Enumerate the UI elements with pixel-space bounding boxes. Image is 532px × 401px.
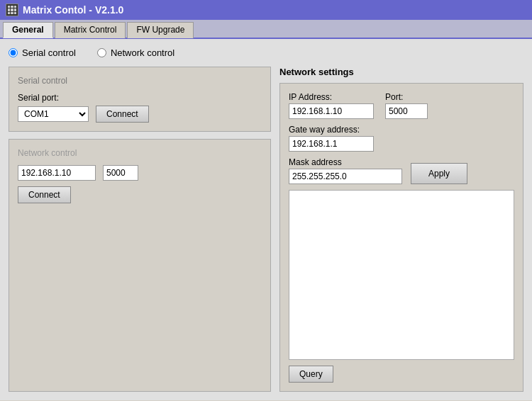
serial-port-label: Serial port: [18,93,262,103]
port-input[interactable] [385,103,428,119]
output-display [289,190,514,360]
port-field: Port: [385,92,428,119]
left-column: Serial control Serial port: COM1 COM2 CO… [9,67,271,392]
network-control-label: Network control [111,47,174,58]
network-control-radio-label[interactable]: Network control [97,47,174,58]
query-button[interactable]: Query [289,366,333,383]
mask-field: Mask address [289,157,402,184]
network-connect-button[interactable]: Connect [18,186,71,203]
tab-fw-upgrade[interactable]: FW Upgrade [127,22,194,38]
serial-control-radio[interactable] [9,48,18,57]
gateway-field: Gate way address: [289,125,374,152]
gateway-input[interactable] [289,136,374,152]
control-mode-row: Serial control Network control [9,47,523,58]
content-columns: Serial control Serial port: COM1 COM2 CO… [9,67,523,392]
app-title: Matrix Contol - V2.1.0 [23,4,123,16]
serial-port-row: COM1 COM2 COM3 COM4 Connect [18,106,262,123]
serial-control-panel: Serial control Serial port: COM1 COM2 CO… [9,67,271,132]
tab-matrix-control[interactable]: Matrix Control [55,22,126,38]
serial-port-select[interactable]: COM1 COM2 COM3 COM4 [18,106,89,122]
mask-label: Mask address [289,157,402,167]
serial-control-radio-label[interactable]: Serial control [9,47,76,58]
mask-input[interactable] [289,169,402,184]
network-port-input[interactable] [103,165,138,181]
gateway-row: Gate way address: [289,125,514,152]
network-settings-panel: IP Address: Port: Gate way address: [279,83,523,392]
serial-control-label: Serial control [22,47,76,58]
tab-general[interactable]: General [3,22,53,38]
apply-button[interactable]: Apply [411,163,467,184]
serial-panel-title: Serial control [18,76,262,86]
ip-address-label: IP Address: [289,92,374,102]
tab-bar: General Matrix Control FW Upgrade [0,20,532,39]
right-column: Network settings IP Address: Port: [279,67,523,392]
network-control-fields [18,165,262,181]
network-settings-title: Network settings [279,67,523,77]
serial-connect-button[interactable]: Connect [96,106,149,123]
network-ip-input[interactable] [18,165,96,181]
ip-port-row: IP Address: Port: [289,92,514,119]
network-control-panel: Network control Connect [9,139,271,392]
port-label: Port: [385,92,428,102]
network-panel-title: Network control [18,148,262,158]
mask-apply-row: Mask address Apply [289,157,514,184]
ip-address-input[interactable] [289,103,374,119]
gateway-label: Gate way address: [289,125,374,135]
main-content: Serial control Network control Serial co… [0,39,532,400]
app-icon [6,4,18,16]
network-control-radio[interactable] [97,48,106,57]
title-bar: Matrix Contol - V2.1.0 [0,0,532,20]
ip-address-field: IP Address: [289,92,374,119]
